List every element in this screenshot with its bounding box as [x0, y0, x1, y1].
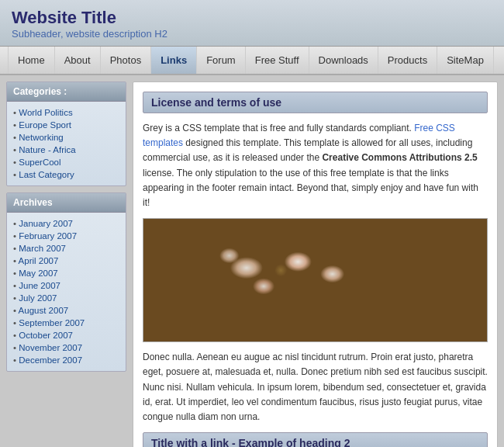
categories-box: Categories : World PoliticsEurope SportN…: [6, 81, 126, 186]
sidebar-archive-september-2007[interactable]: September 2007: [13, 317, 119, 329]
sidebar-archive-august-2007[interactable]: August 2007: [13, 304, 119, 317]
sidebar-archive-february-2007[interactable]: February 2007: [13, 230, 119, 242]
sidebar-archive-june-2007[interactable]: June 2007: [13, 279, 119, 292]
sidebar-archive-november-2007[interactable]: November 2007: [13, 341, 119, 354]
site-subtitle: Subheader, website description H2: [12, 28, 492, 40]
nav-item-photos[interactable]: Photos: [101, 47, 151, 74]
archives-content: January 2007February 2007March 2007April…: [7, 213, 126, 371]
header: Website Title Subheader, website descrip…: [0, 0, 504, 47]
archives-box: Archives January 2007February 2007March …: [6, 192, 126, 372]
main-layout: Categories : World PoliticsEurope SportN…: [0, 75, 504, 447]
section1-text-end: license. The only stipulation to the use…: [143, 168, 478, 208]
section1-paragraph2: Donec nulla. Aenean eu augue ac nisl tin…: [143, 350, 488, 424]
nav-item-sitemap[interactable]: SiteMap: [437, 47, 494, 74]
sidebar: Categories : World PoliticsEurope SportN…: [6, 81, 126, 447]
nav-item-about[interactable]: About: [55, 47, 101, 74]
sidebar-archive-march-2007[interactable]: March 2007: [13, 242, 119, 255]
nav-item-free-stuff[interactable]: Free Stuff: [246, 47, 309, 74]
content-area: License and terms of use Grey is a CSS t…: [133, 81, 498, 447]
sidebar-category-world-politics[interactable]: World Politics: [13, 106, 119, 119]
sidebar-category-last-category[interactable]: Last Category: [13, 168, 119, 181]
flower-overlay: [143, 219, 487, 341]
nav-item-home[interactable]: Home: [8, 47, 55, 74]
nav-item-links[interactable]: Links: [151, 47, 197, 74]
sidebar-archive-may-2007[interactable]: May 2007: [13, 267, 119, 279]
section1-bold: Creative Commons Attributions 2.5: [322, 152, 477, 163]
nav: HomeAboutPhotosLinksForumFree StuffDownl…: [0, 47, 504, 75]
section1-title: License and terms of use: [143, 92, 488, 113]
sidebar-archive-july-2007[interactable]: July 2007: [13, 292, 119, 304]
sidebar-category-europe-sport[interactable]: Europe Sport: [13, 119, 119, 131]
site-title: Website Title: [12, 8, 492, 28]
section1-text-start: Grey is a CSS template that is free and …: [143, 123, 414, 133]
sidebar-archive-january-2007[interactable]: January 2007: [13, 217, 119, 230]
sidebar-category-nature---africa[interactable]: Nature - Africa: [13, 144, 119, 156]
categories-content: World PoliticsEurope SportNetworkingNatu…: [7, 102, 126, 185]
sidebar-archive-october-2007[interactable]: October 2007: [13, 329, 119, 341]
nav-item-products[interactable]: Products: [378, 47, 437, 74]
sidebar-category-supercool[interactable]: SuperCool: [13, 156, 119, 168]
flower-image: [143, 218, 488, 342]
section2-title: Title with a link - Example of heading 2: [143, 432, 488, 447]
sidebar-archive-december-2007[interactable]: December 2007: [13, 354, 119, 366]
nav-item-downloads[interactable]: Downloads: [309, 47, 378, 74]
categories-title: Categories :: [7, 82, 126, 102]
sidebar-category-networking[interactable]: Networking: [13, 131, 119, 144]
archives-title: Archives: [7, 193, 126, 213]
nav-item-forum[interactable]: Forum: [197, 47, 246, 74]
section1-paragraph1: Grey is a CSS template that is free and …: [143, 121, 488, 210]
sidebar-archive-april-2007[interactable]: April 2007: [13, 255, 119, 267]
